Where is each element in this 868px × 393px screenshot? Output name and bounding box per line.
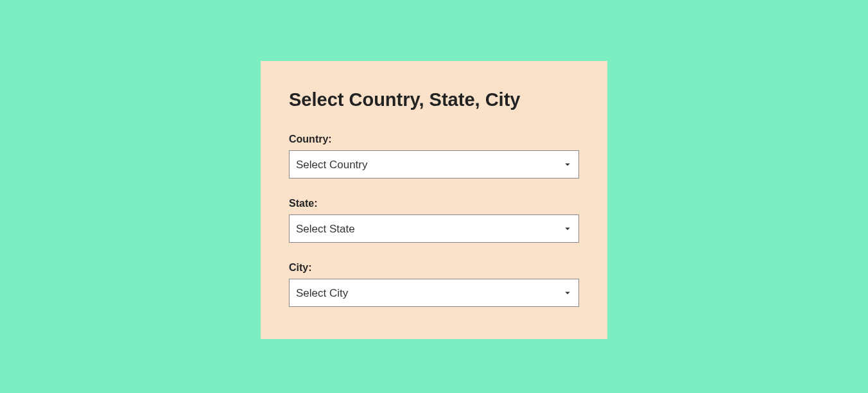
country-group: Country: Select Country <box>289 134 579 179</box>
form-title: Select Country, State, City <box>289 89 579 110</box>
form-card: Select Country, State, City Country: Sel… <box>261 61 607 339</box>
city-select[interactable]: Select City <box>289 279 579 307</box>
state-label: State: <box>289 198 579 209</box>
city-label: City: <box>289 262 579 274</box>
state-group: State: Select State <box>289 198 579 243</box>
state-select[interactable]: Select State <box>289 214 579 243</box>
city-group: City: Select City <box>289 262 579 307</box>
country-label: Country: <box>289 134 579 145</box>
country-select[interactable]: Select Country <box>289 150 579 179</box>
